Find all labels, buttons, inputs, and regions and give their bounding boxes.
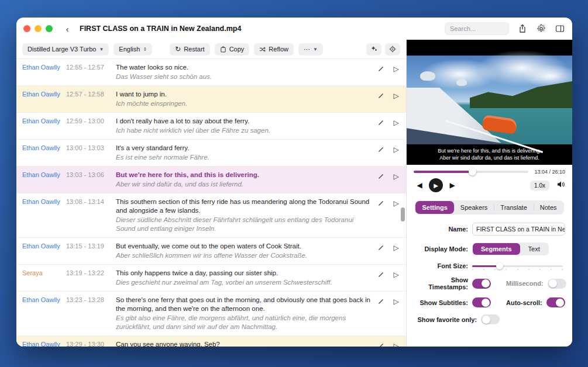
zoom-window-button[interactable] xyxy=(46,25,53,32)
speaker-name[interactable]: Ethan Oawlly xyxy=(22,144,66,151)
transcript-row[interactable]: Ethan Oawlly 13:08 - 13:14 This southern… xyxy=(16,193,406,238)
volume-button[interactable] xyxy=(556,180,565,191)
edit-segment-button[interactable] xyxy=(377,271,385,279)
restart-icon: ↻ xyxy=(175,45,181,53)
play-outline-icon: ▷ xyxy=(393,119,398,127)
transcript-row[interactable]: Ethan Oawlly 12:55 - 12:57 The water loo… xyxy=(16,59,406,86)
chevron-left-icon: ‹ xyxy=(66,24,69,34)
show-subtitles-toggle[interactable] xyxy=(472,297,491,307)
show-timestamps-toggle[interactable] xyxy=(472,279,491,289)
minimize-window-button[interactable] xyxy=(35,25,42,32)
speaker-name[interactable]: Ethan Oawlly xyxy=(22,171,66,178)
panel-tabs: SettingsSpeakersTranslateNotes xyxy=(415,200,563,214)
edit-segment-button[interactable] xyxy=(377,199,385,207)
edit-segment-button[interactable] xyxy=(377,92,385,100)
reflow-button[interactable]: Reflow xyxy=(254,43,294,56)
play-outline-icon: ▷ xyxy=(393,65,398,73)
copy-button[interactable]: Copy xyxy=(215,43,250,56)
play-segment-button[interactable]: ▷ xyxy=(392,297,400,306)
play-segment-button[interactable]: ▷ xyxy=(392,146,400,154)
skip-back-button[interactable]: ◀ xyxy=(414,181,425,189)
app-window: ‹ FIRST CLASS on a TRAIN in New Zealand.… xyxy=(16,18,572,347)
video-player[interactable]: But we're here for this, and this is del… xyxy=(407,40,572,165)
speaker-name[interactable]: Ethan Oawlly xyxy=(22,296,66,303)
transcript-row[interactable]: Ethan Oawlly 12:57 - 12:58 I want to jum… xyxy=(16,86,406,113)
display-mode-label: Display Mode: xyxy=(414,245,472,252)
scrollbar-thumb[interactable] xyxy=(401,207,405,221)
speaker-name[interactable]: Seraya xyxy=(22,269,66,276)
display-mode-segmented: SegmentsText xyxy=(472,243,549,255)
segment-timestamp: 12:57 - 12:58 xyxy=(66,90,116,98)
play-segment-button[interactable]: ▷ xyxy=(392,244,400,252)
settings-button[interactable] xyxy=(536,23,546,34)
pencil-icon xyxy=(377,173,384,180)
play-segment-button[interactable]: ▷ xyxy=(392,92,400,100)
transcript-row[interactable]: Seraya 13:19 - 13:22 This only happens t… xyxy=(16,265,406,292)
progress-bar[interactable] xyxy=(414,171,528,173)
display-mode-text[interactable]: Text xyxy=(520,243,548,255)
playback-speed-button[interactable]: 1.0x xyxy=(530,181,549,191)
speaker-name[interactable]: Ethan Oawlly xyxy=(22,242,66,250)
transcript-row[interactable]: Ethan Oawlly 13:03 - 13:06 But we're her… xyxy=(16,167,406,193)
autoscroll-label: Auto-scroll: xyxy=(506,299,542,306)
play-pause-button[interactable]: ▶ xyxy=(429,178,443,192)
play-outline-icon: ▷ xyxy=(393,199,398,207)
autoscroll-toggle[interactable] xyxy=(546,297,565,307)
play-segment-button[interactable]: ▷ xyxy=(392,271,400,279)
speaker-name[interactable]: Ethan Oawlly xyxy=(22,63,66,71)
playback-controls: 13:04 / 26:10 ◀ ▶ ▶ 1.0x xyxy=(407,165,572,195)
edit-segment-button[interactable] xyxy=(377,65,385,73)
play-segment-button[interactable]: ▷ xyxy=(392,199,400,207)
segment-text: It's a very standard ferry. xyxy=(116,144,371,153)
segment-timestamp: 12:59 - 13:00 xyxy=(66,117,116,124)
display-mode-segments[interactable]: Segments xyxy=(473,243,520,255)
transcript-row[interactable]: Ethan Oawlly 13:00 - 13:03 It's a very s… xyxy=(16,140,406,167)
video-frame xyxy=(407,56,572,144)
back-button[interactable]: ‹ xyxy=(60,22,75,35)
follow-playhead-button[interactable] xyxy=(366,43,381,56)
font-size-slider[interactable] xyxy=(472,265,563,267)
toggle-sidebar-button[interactable] xyxy=(555,23,565,34)
more-options-dropdown[interactable]: ⋯ ▼ xyxy=(298,43,323,56)
transcript-row[interactable]: Ethan Oawlly 13:29 - 13:30 Can you see a… xyxy=(16,336,406,347)
edit-segment-button[interactable] xyxy=(377,342,385,347)
show-favorite-toggle[interactable] xyxy=(481,314,500,324)
edit-segment-button[interactable] xyxy=(377,146,385,154)
edit-segment-button[interactable] xyxy=(377,172,385,181)
segment-timestamp: 13:29 - 13:30 xyxy=(66,340,116,347)
model-dropdown[interactable]: Distilled Large V3 Turbo ▼ xyxy=(22,43,109,56)
segment-translation: Es gibt also eine Fähre, die morgens abf… xyxy=(116,314,371,331)
speaker-name[interactable]: Ethan Oawlly xyxy=(22,340,66,347)
tab-translate[interactable]: Translate xyxy=(494,201,533,214)
close-window-button[interactable] xyxy=(23,25,30,32)
search-input[interactable]: Search... xyxy=(445,22,509,35)
language-dropdown[interactable]: English ⇕ xyxy=(114,43,152,56)
tab-settings[interactable]: Settings xyxy=(415,201,453,214)
transcript-row[interactable]: Ethan Oawlly 12:59 - 13:00 I don't reall… xyxy=(16,113,406,140)
tab-speakers[interactable]: Speakers xyxy=(454,201,494,214)
edit-segment-button[interactable] xyxy=(377,244,385,252)
play-segment-button[interactable]: ▷ xyxy=(392,65,400,73)
locate-current-button[interactable] xyxy=(385,43,400,56)
skip-forward-button[interactable]: ▶ xyxy=(446,181,458,189)
millisecond-toggle[interactable] xyxy=(548,279,566,289)
edit-segment-button[interactable] xyxy=(377,297,385,306)
speaker-name[interactable]: Ethan Oawlly xyxy=(22,90,66,98)
transcript-row[interactable]: Ethan Oawlly 13:23 - 13:28 So there's on… xyxy=(16,292,406,336)
edit-segment-button[interactable] xyxy=(377,119,385,127)
progress-thumb[interactable] xyxy=(469,168,476,176)
speaker-name[interactable]: Ethan Oawlly xyxy=(22,117,66,124)
tab-notes[interactable]: Notes xyxy=(534,201,563,214)
segment-translation: Das Wasser sieht so schön aus. xyxy=(116,72,371,81)
share-button[interactable] xyxy=(517,23,528,34)
restart-button[interactable]: ↻ Restart xyxy=(170,43,210,56)
play-segment-button[interactable]: ▷ xyxy=(392,342,400,347)
segment-text: This only happens twice a day, passing o… xyxy=(116,269,371,278)
name-input[interactable]: FIRST CLASS on a TRAIN in New Zealan xyxy=(472,223,565,236)
cursor-sparkle-icon xyxy=(370,46,377,53)
settings-form: Name: FIRST CLASS on a TRAIN in New Zeal… xyxy=(407,217,572,347)
play-segment-button[interactable]: ▷ xyxy=(392,119,400,127)
speaker-name[interactable]: Ethan Oawlly xyxy=(22,198,66,205)
transcript-row[interactable]: Ethan Oawlly 13:15 - 13:19 But eventuall… xyxy=(16,238,406,265)
play-segment-button[interactable]: ▷ xyxy=(392,172,400,181)
